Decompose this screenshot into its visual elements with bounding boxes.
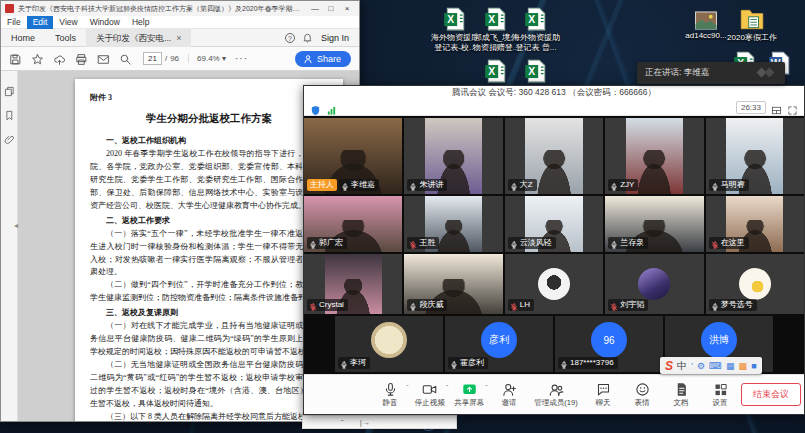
fullscreen-icon[interactable] [787, 102, 798, 113]
meeting-toolbar-camera[interactable]: 停止视频 [412, 382, 448, 408]
zoom-level-dropdown[interactable]: 69.4% ▾ [188, 54, 226, 63]
meeting-toolbar-share-screen[interactable]: 共享屏幕 [451, 382, 487, 408]
close-button[interactable]: × [339, 2, 355, 16]
page-thumbnails-icon[interactable] [4, 83, 15, 94]
meeting-logo-icon [755, 67, 777, 79]
star-icon[interactable] [31, 52, 44, 65]
participant-tile[interactable]: 王胜 [404, 196, 502, 252]
participant-tile[interactable]: 梦号选号 [706, 254, 804, 314]
ime-tool-icon[interactable]: ▩ [739, 361, 748, 371]
participant-tile[interactable]: 在这里 [706, 196, 804, 252]
mail-icon[interactable] [97, 52, 110, 65]
meeting-timer: 26:33 [736, 101, 766, 114]
page-jump-icon[interactable]: |→ [360, 418, 370, 427]
participant-name: 大Z [520, 180, 533, 190]
cloud-upload-icon[interactable] [53, 52, 66, 65]
participant-tile[interactable]: 大Z [505, 118, 603, 194]
participant-tile[interactable]: 96187****3796 [555, 316, 663, 372]
participant-tile[interactable]: 刘宇韬 [605, 254, 703, 314]
pdf-titlebar[interactable]: 关于印发《西安电子科技大学新冠肺炎疫情防控工作方案（第四版）》及2020年春季学… [1, 1, 359, 16]
meeting-toolbar-apps[interactable]: 设置 [702, 382, 738, 408]
participant-tile[interactable]: 主持人李维嘉 [304, 118, 402, 194]
tab-close-icon[interactable]: × [176, 29, 181, 47]
ime-tool-icon[interactable]: ⌨ [709, 361, 722, 371]
participant-tile[interactable]: 李珂 [335, 316, 443, 372]
sidebar-collapse-icon[interactable]: ◂ [14, 221, 18, 230]
ime-tool-icon[interactable]: ▦ [726, 361, 735, 371]
meeting-toolbar-emoji[interactable]: 表情 [624, 382, 660, 408]
participant-name: 刘宇韬 [620, 300, 644, 310]
scroll-down-chevron-icon[interactable]: ˇ [341, 418, 344, 427]
participant-tile[interactable]: 段庆威 [404, 254, 502, 314]
menu-edit[interactable]: Edit [27, 16, 54, 29]
doc-title: 学生分期分批返校工作方案 [90, 110, 328, 127]
pdf-left-panel [1, 71, 18, 421]
meeting-toolbar-members[interactable]: 管理成员(19) [530, 382, 582, 408]
participant-tile[interactable]: 郭广宏 [304, 196, 402, 252]
options-chevron-icon[interactable]: ˆ [446, 383, 449, 392]
sign-in-button[interactable]: Sign In [321, 33, 349, 43]
ime-tool-icon[interactable]: ⚙ [697, 361, 705, 371]
desktop-icon-folder[interactable]: 2020寒假工作 [727, 6, 777, 43]
meeting-toolbar-mic[interactable]: 静音 [372, 382, 408, 408]
sogou-logo-icon[interactable]: S [665, 359, 673, 373]
options-chevron-icon[interactable]: ˆ [485, 383, 488, 392]
tab-home[interactable]: Home [1, 29, 45, 47]
end-meeting-button[interactable]: 结束会议 [741, 383, 801, 406]
attachments-icon[interactable] [4, 131, 15, 142]
pdf-tabbar: Home Tools 关于印发《西安电... × ? Sign In [1, 29, 359, 47]
participant-tile[interactable]: 马明睿 [706, 118, 804, 194]
tab-tools[interactable]: Tools [45, 29, 86, 47]
doc-heading: 一、返校工作组织机构 [90, 135, 328, 148]
page-number-input[interactable]: 21 [143, 52, 162, 65]
mic-icon [341, 181, 349, 189]
tab-document[interactable]: 关于印发《西安电... × [86, 29, 191, 47]
ime-tool-icon[interactable]: ■ [751, 361, 756, 371]
pdf-bottom-scrollbar[interactable]: ˇ |→ [302, 415, 457, 429]
pdf-toolbar: 21 / 96 69.4% ▾ ··· Share [1, 47, 359, 71]
participant-name: 朱讲讲 [419, 180, 443, 190]
mic-icon [383, 382, 398, 397]
participant-tile[interactable]: 彦利霍彦利 [445, 316, 553, 372]
ime-tool-icon[interactable]: ’ [691, 361, 693, 371]
desktop-icon-excel[interactable]: X [511, 58, 561, 84]
meeting-titlebar[interactable]: 腾讯会议 会议号: 360 428 613 （会议密码：666666） [304, 86, 804, 100]
zoom-search-icon[interactable] [119, 52, 132, 65]
menu-window[interactable]: Window [84, 16, 126, 29]
video-grid-row: 主持人李维嘉朱讲讲大ZZJY马明睿 [304, 118, 804, 194]
meeting-toolbar-invite[interactable]: 邀请 [491, 382, 527, 408]
desktop-icon-excel[interactable]: X海外物资援助登记表 曾... [511, 6, 561, 53]
maximize-button[interactable]: □ [323, 2, 339, 16]
bookmarks-icon[interactable] [4, 107, 15, 118]
options-chevron-icon[interactable]: ˆ [406, 383, 409, 392]
meeting-toolbar-chat[interactable]: 聊天 [585, 382, 621, 408]
mic-icon [610, 181, 618, 189]
participant-tile[interactable]: 云淡风轻 [505, 196, 603, 252]
participant-tile[interactable]: Crystal [304, 254, 402, 314]
menu-view[interactable]: View [53, 16, 83, 29]
meeting-toolbar-doc[interactable]: 文档 [663, 382, 699, 408]
layout-switch-icon[interactable] [771, 102, 782, 113]
menu-file[interactable]: File [1, 16, 27, 29]
ime-mode-chinese[interactable]: 中 [677, 359, 687, 373]
participant-name-badge: 郭广宏 [307, 237, 347, 249]
network-signal-icon[interactable] [326, 102, 337, 113]
print-icon[interactable] [75, 52, 88, 65]
help-icon[interactable]: ? [285, 33, 295, 43]
share-button[interactable]: Share [295, 51, 351, 67]
desktop-icon-image[interactable]: ad14cc90... [681, 11, 731, 41]
participant-tile[interactable]: 朱讲讲 [404, 118, 502, 194]
participant-tile[interactable]: LH [505, 254, 603, 314]
minimize-button[interactable]: — [307, 2, 323, 16]
security-shield-icon[interactable] [310, 102, 321, 113]
more-tools-button[interactable]: ··· [235, 53, 248, 64]
save-icon[interactable] [9, 52, 22, 65]
excel-icon: X [483, 6, 509, 32]
participant-tile[interactable]: 兰存泉 [605, 196, 703, 252]
participant-tile[interactable]: ZJY [605, 118, 703, 194]
notifications-bell-icon[interactable] [302, 32, 313, 43]
menu-help[interactable]: Help [126, 16, 155, 29]
sogou-ime-bar[interactable]: S 中 ’⚙⌨▦▩■ [660, 357, 762, 374]
speaking-toast-text: 正在讲话: 李维嘉 [645, 67, 755, 79]
video-grid: 主持人李维嘉朱讲讲大ZZJY马明睿郭广宏王胜云淡风轻兰存泉在这里Crystal段… [304, 116, 804, 374]
